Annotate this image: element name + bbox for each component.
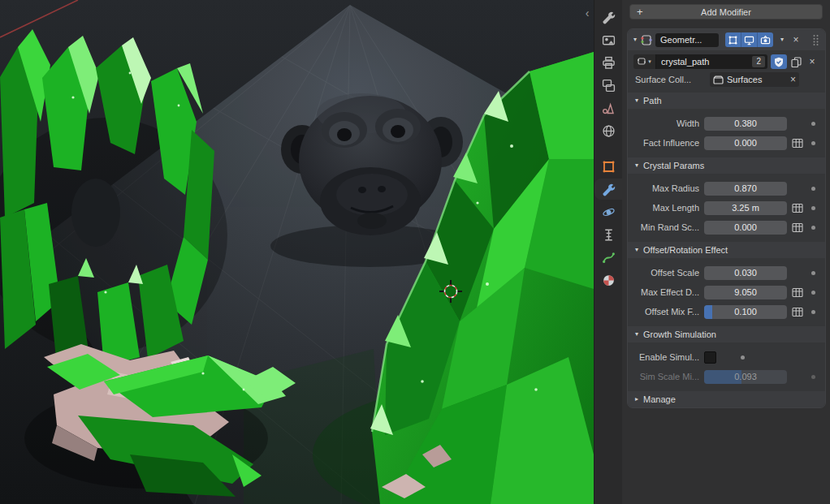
- section-header-growth-simulation[interactable]: ▾Growth Simulation: [628, 326, 825, 342]
- viewport-canvas[interactable]: [0, 0, 594, 504]
- modifier-sections: ▾PathWidth0.380Fact Influence0.000▾Cryst…: [628, 93, 825, 407]
- modifier-extras-menu[interactable]: ▾: [780, 37, 784, 43]
- tab-tool[interactable]: [594, 6, 623, 28]
- section-header-manage[interactable]: ▸Manage: [628, 391, 825, 407]
- checkbox-enable-simul[interactable]: [704, 351, 716, 364]
- input-attribute-toggle-icon[interactable]: [792, 307, 803, 317]
- clear-collection-button[interactable]: ×: [790, 75, 796, 84]
- toggle-edit-mode[interactable]: [725, 32, 741, 47]
- tool-icon: [602, 11, 616, 24]
- region-collapse-button[interactable]: ‹: [581, 5, 593, 21]
- attribute-toggle-slot: [789, 222, 806, 233]
- unlink-node-group-button[interactable]: ×: [805, 54, 819, 69]
- node-group-name-field[interactable]: crystal_path 2: [656, 54, 767, 69]
- number-field-max-radius[interactable]: 0.870: [704, 182, 787, 196]
- 3d-viewport[interactable]: ‹: [0, 0, 594, 504]
- toggle-realtime[interactable]: [741, 32, 758, 47]
- surface-collection-field[interactable]: Surfaces ×: [710, 72, 799, 87]
- modifier-name-field[interactable]: Geometr...: [655, 33, 719, 47]
- input-attribute-toggle-icon[interactable]: [792, 138, 803, 149]
- tab-scene[interactable]: [594, 97, 623, 118]
- field-value: 0.100: [734, 307, 757, 317]
- decorator-dot[interactable]: [811, 206, 815, 210]
- decorator-slot: [806, 310, 819, 314]
- number-field-offset-mix-f[interactable]: 0.100: [704, 305, 787, 319]
- section-header-path[interactable]: ▾Path: [628, 93, 825, 109]
- edit-mode-icon: [728, 35, 738, 45]
- decorator-dot[interactable]: [811, 141, 815, 145]
- decorator-dot[interactable]: [811, 271, 815, 275]
- section-header-offset-rotation-effect[interactable]: ▾Offset/Rotation Effect: [628, 242, 825, 258]
- property-label: Offset Scale: [631, 268, 699, 278]
- attribute-toggle-slot: [789, 307, 806, 317]
- browse-node-group-button[interactable]: ▾: [633, 54, 656, 69]
- tab-material[interactable]: [594, 269, 623, 291]
- number-field-min-rand-sc[interactable]: 0.000: [704, 221, 787, 235]
- toggle-render[interactable]: [758, 32, 773, 47]
- property-row-offset-mix-f: Offset Mix F...0.100: [628, 302, 825, 321]
- property-label: Sim Scale Mi...: [631, 372, 699, 381]
- tab-modifiers[interactable]: [594, 179, 623, 200]
- number-field-fact-influence[interactable]: 0.000: [704, 136, 787, 150]
- tab-render[interactable]: [594, 29, 623, 50]
- tab-output[interactable]: [594, 52, 623, 73]
- decorator-slot: [806, 226, 819, 230]
- section-title: Offset/Rotation Effect: [643, 245, 728, 255]
- modifier-drag-handle[interactable]: [812, 34, 819, 46]
- chevron-down-icon: ▾: [635, 162, 638, 169]
- modifier-panel: ▾ Geometr... ▾ × ▾ crystal_path: [627, 28, 826, 408]
- tab-object-data[interactable]: [594, 247, 623, 268]
- chevron-down-icon[interactable]: ▾: [633, 37, 637, 43]
- decorator-slot: [806, 291, 819, 295]
- field-value: 0.870: [734, 183, 757, 193]
- field-value: 9.050: [734, 287, 757, 297]
- collection-icon: [713, 75, 724, 84]
- decorator-dot[interactable]: [811, 375, 815, 379]
- surface-collection-label: Surface Coll...: [633, 75, 703, 84]
- world-icon: [602, 124, 616, 138]
- display-toggles: [725, 32, 773, 47]
- modifier-close-button[interactable]: ×: [789, 32, 803, 47]
- number-field-offset-scale[interactable]: 0.030: [704, 266, 787, 280]
- user-count-badge[interactable]: 2: [752, 56, 765, 67]
- field-value: 0.000: [734, 222, 757, 232]
- attribute-toggle-slot: [789, 287, 806, 298]
- tab-physics[interactable]: [594, 201, 623, 222]
- number-field-max-length[interactable]: 3.25 m: [704, 201, 787, 215]
- decorator-dot[interactable]: [811, 122, 815, 126]
- add-modifier-button[interactable]: + Add Modifier: [629, 4, 823, 19]
- section-title: Manage: [643, 394, 676, 404]
- input-attribute-toggle-icon[interactable]: [792, 222, 803, 233]
- property-row-fact-influence: Fact Influence0.000: [628, 133, 825, 153]
- decorator-dot[interactable]: [811, 226, 815, 230]
- tab-world[interactable]: [594, 120, 623, 141]
- slider-fill: [704, 305, 712, 319]
- decorator-dot[interactable]: [741, 355, 745, 360]
- decorator-slot: [806, 141, 819, 145]
- property-row-width: Width0.380: [628, 114, 825, 133]
- number-field-width[interactable]: 0.380: [704, 117, 787, 131]
- decorator-dot[interactable]: [811, 187, 815, 191]
- surface-collection-row: Surface Coll... Surfaces ×: [633, 71, 819, 88]
- tab-object[interactable]: [594, 156, 623, 177]
- section-body: Enable Simul...Sim Scale Mi...0.093: [628, 342, 825, 391]
- input-attribute-toggle-icon[interactable]: [792, 203, 803, 213]
- decorator-dot[interactable]: [811, 291, 815, 295]
- property-label: Enable Simul...: [631, 352, 699, 362]
- input-attribute-toggle-icon[interactable]: [792, 287, 803, 298]
- decorator-dot[interactable]: [811, 310, 815, 314]
- add-modifier-label: Add Modifier: [701, 7, 751, 17]
- view-layer-icon: [602, 79, 616, 93]
- tab-constraints[interactable]: [594, 224, 623, 245]
- field-value: 0.030: [734, 268, 757, 278]
- tab-view-layer[interactable]: [594, 75, 623, 96]
- duplicate-data-button[interactable]: [789, 54, 803, 69]
- chevron-down-icon: ▾: [648, 58, 651, 65]
- section-header-crystal-params[interactable]: ▾Crystal Params: [628, 157, 825, 174]
- property-label: Width: [631, 118, 699, 128]
- number-field-max-effect-d[interactable]: 9.050: [704, 286, 787, 299]
- number-field-sim-scale-mi[interactable]: 0.093: [704, 370, 787, 384]
- render-icon: [602, 33, 616, 47]
- fake-user-shield-button[interactable]: [771, 54, 787, 69]
- node-group-name: crystal_path: [661, 57, 752, 67]
